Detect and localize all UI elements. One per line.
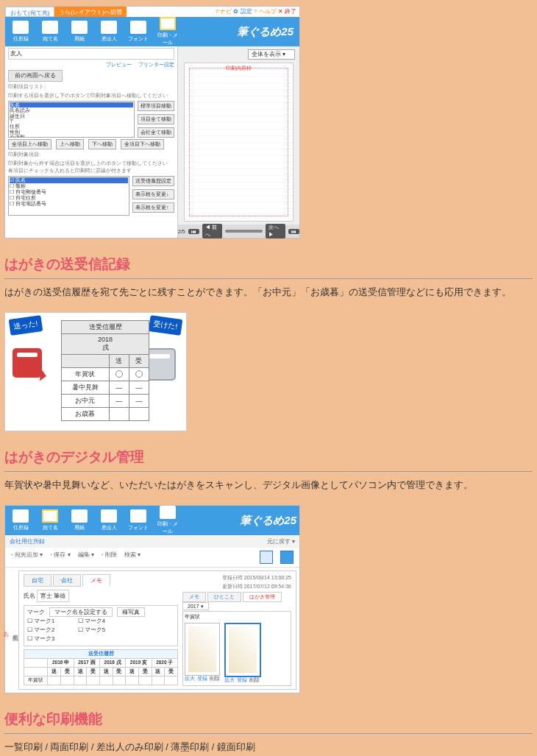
prev-page-button[interactable]: ◀ 前へ [202,224,222,239]
close-link[interactable]: ✕ 終了 [278,8,296,15]
mark4-checkbox[interactable]: ☐ マーク4 [78,618,124,625]
move-bottom-button[interactable]: 全項目下へ移動 [121,139,164,149]
dg-ribbon-paper[interactable]: 用紙 [67,509,92,531]
ribbon: 住所録 宛て名 用紙 差出人 フォント 印刷・メール 筆ぐるめ25 [5,17,299,46]
next-page-button[interactable]: 次へ ▶ [266,224,285,239]
zoom2-button[interactable]: 拡大 [224,677,235,684]
ribbon-paper[interactable]: 用紙 [67,21,92,43]
help-link[interactable]: ? ヘルプ [254,8,277,15]
txrx-table: 送受信履歴 2018 戌 送受 年賀状 暑中見舞―― お中元―― お歳暮 [61,320,149,421]
first-page-button[interactable]: ⏮ [188,229,199,234]
move-company-button[interactable]: 会社全て移動 [138,127,174,138]
section2-desc: 年賀状や暑中見舞いなど、いただいたはがきをスキャンし、デジタル画像としてパソコン… [4,479,533,492]
search-button[interactable]: 検索 ▾ [124,551,141,564]
ribbon-print[interactable]: 印刷・メール [155,17,180,46]
edit-button[interactable]: 編集 ▾ [78,551,94,564]
move-std-button[interactable]: 標準項目移動 [138,101,174,111]
tab-home[interactable]: 自宅 [24,574,51,587]
brand: 筆ぐるめ25 [237,25,294,39]
page-pos: 2/5 [178,229,185,234]
last-page-button[interactable]: ⏭ [288,229,299,234]
preview-title: 印刷内容枠 [185,65,293,72]
tab-front[interactable]: おもて(宛て先) [5,7,54,17]
subtab-hitokoto[interactable]: ひとこと [207,592,241,602]
preview-link[interactable]: プレビュー [106,62,132,67]
year-combo[interactable]: 2017 ▾ [182,602,209,610]
subtab-hagaki[interactable]: はがき管理 [243,592,282,602]
marks-panel: マーク マーク名を設定する 種写真 ☐ マーク1 ☐ マーク4 ☐ マーク2 ☐… [24,605,178,646]
mark-hint-button[interactable]: マーク名を設定する [49,607,113,617]
ribbon-font[interactable]: フォント [126,21,151,43]
rows-less-button[interactable]: 表示枚を変更↓ [132,189,174,199]
reg1-button[interactable]: 登録 [197,676,207,682]
move-top-button[interactable]: 全項目上へ移動 [8,139,51,149]
delete-button[interactable]: ▫ 削除 [102,551,117,564]
kana-index[interactable]: 氏名順 あかさ たな はま やら わ [5,568,18,693]
rows-more-button[interactable]: 表示枚を変更↑ [132,202,174,213]
src-listbox[interactable]: 氏名 氏名読み誕生日 〒住所 性別血液型 連名１続柄 [8,101,135,138]
tgt-list-title: 印刷対象項目: [8,151,174,158]
ribbon-atena[interactable]: 宛て名 [38,21,63,43]
tab-company[interactable]: 会社 [53,574,81,587]
window-tools: ? ナビ ✿ 設定 ? ヘルプ ✕ 終了 [215,7,296,15]
tab-memo[interactable]: メモ [82,574,110,587]
hagaki-thumb-1[interactable] [185,623,220,676]
tab-back[interactable]: うら(レイアウト)へ切替 [54,7,126,17]
kind-label: 年賀状 [185,613,289,621]
ribbon-sender[interactable]: 差出人 [96,21,121,43]
subtab-memo[interactable]: メモ [182,592,206,602]
sent-badge: 送った! [9,315,43,336]
view-card-icon[interactable] [260,551,273,564]
section2-heading: はがきのデジタル管理 [4,448,533,467]
breadcrumb[interactable]: 会社用住所録 [10,537,45,545]
tgt-list-desc: 印刷対象から外す場合は項目を選択し上のボタンで移動してください 各項目にチェック… [8,160,174,174]
tgt-listbox[interactable]: ☑ 氏名 ☐ 敬称 ☐ 自宅郵便番号 ☐ 自宅住所 ☐ 自宅電話番号 [8,176,129,216]
dg-ribbon-print[interactable]: 印刷・メール [155,506,180,535]
hagaki-thumb-2[interactable] [224,623,261,677]
view-list-icon[interactable] [280,551,294,564]
section3-desc: 一覧印刷 / 両面印刷 / 差出人のみ印刷 / 薄墨印刷 / 鏡面印刷 [4,741,533,754]
name-value: 富士 筆雄 [37,590,69,602]
move-all-button[interactable]: 項目全て移動 [138,114,174,124]
fgurume-print-window: おもて(宛て先) うら(レイアウト)へ切替 ? ナビ ✿ 設定 ? ヘルプ ✕ … [4,6,300,239]
del1-button[interactable]: 削除 [210,676,220,682]
digital-manage-window: 住所録 宛て名 用紙 差出人 フォント 印刷・メール 筆ぐるめ25 会社用住所録… [4,505,300,693]
reg2-button[interactable]: 登録 [237,677,247,684]
printer-settings-link[interactable]: プリンター設定 [138,62,174,67]
ribbon-addressbook[interactable]: 住所録 [8,21,33,43]
section1-heading: はがきの送受信記録 [4,255,533,274]
section1-desc: はがきの送受信履歴を宛て先ごとに残すことができます。「お中元」「お歳暮」の送受信… [4,286,533,299]
addressbook-name: 友人 [8,48,174,60]
dg-brand: 筆ぐるめ25 [240,514,296,528]
zoom-combo[interactable]: 全体を表示 ▾ [248,49,295,60]
dg-ribbon-addressbook[interactable]: 住所録 [8,509,33,531]
navi-link[interactable]: ? ナビ [215,8,232,15]
mark1-checkbox[interactable]: ☐ マーク1 [27,618,74,625]
mark3-checkbox[interactable]: ☐ マーク3 [27,635,74,643]
name-label: 氏名 [24,593,35,599]
add-dest-button[interactable]: ▫ 宛先追加 ▾ [11,551,43,564]
src-list-title: 印刷項目リスト: [8,83,174,91]
pager-slider[interactable] [225,230,263,233]
txrx-figure: 送った! 受けた! 送受信履歴 2018 戌 送受 年賀状 暑中見舞―― お中元… [4,312,187,431]
back-button[interactable]: 前の画面へ戻る [8,70,63,82]
txrx-settings-button[interactable]: 送受信履歴設定 [132,176,174,186]
pointer-left-icon [40,370,54,384]
move-down-button[interactable]: 下へ移動 [88,139,116,149]
settings-link[interactable]: ✿ 設定 [233,8,252,15]
dg-ribbon-sender[interactable]: 差出人 [96,509,121,531]
save-button[interactable]: ▫ 保存 ▾ [50,551,70,564]
mark2-checkbox[interactable]: ☐ マーク2 [27,626,74,634]
zoom1-button[interactable]: 拡大 [185,676,195,682]
mark5-checkbox[interactable]: ☐ マーク5 [78,626,124,634]
del2-button[interactable]: 削除 [249,677,260,684]
dg-ribbon-font[interactable]: フォント [126,509,151,531]
received-badge: 受けた! [149,315,183,336]
dg-ribbon-atena[interactable]: 宛て名 [38,509,63,531]
undo-link[interactable]: 元に戻す ▾ [267,537,295,545]
mailbox-red-icon [13,348,42,378]
photo-button[interactable]: 種写真 [117,607,145,617]
print-preview: 印刷内容枠 [184,63,294,222]
move-up-button[interactable]: 上へ移動 [56,139,84,149]
section3-heading: 便利な印刷機能 [4,710,533,729]
